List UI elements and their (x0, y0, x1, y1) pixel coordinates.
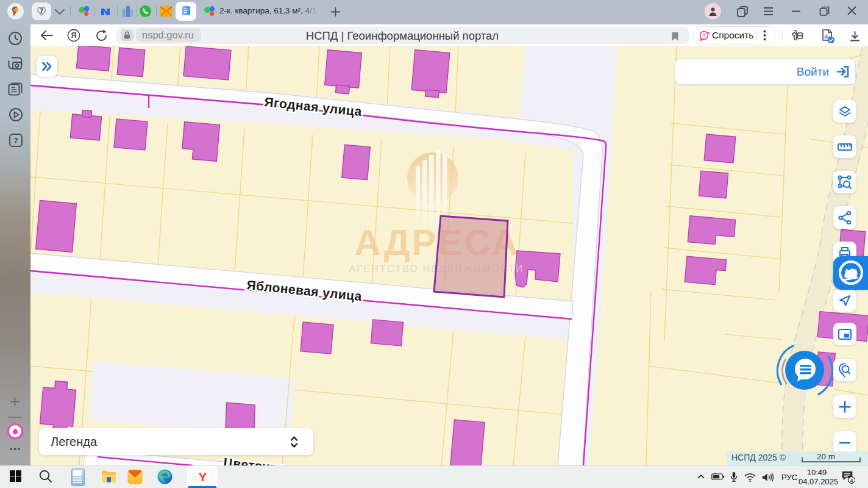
svg-text:Я: Я (71, 31, 77, 40)
svg-text:7: 7 (13, 136, 18, 145)
svg-text:?: ? (702, 32, 706, 38)
svg-text:4: 4 (850, 477, 853, 484)
svg-text:7: 7 (40, 7, 43, 15)
